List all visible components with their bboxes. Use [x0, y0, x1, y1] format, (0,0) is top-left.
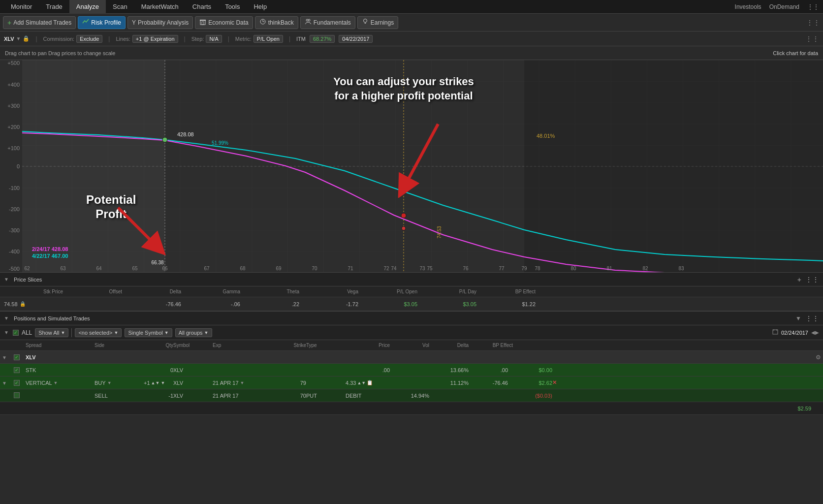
fork-icon: Y: [132, 19, 136, 26]
all-groups-label: All groups: [179, 330, 203, 336]
svg-text:+200: +200: [7, 124, 20, 130]
positions-all-checkbox[interactable]: [13, 330, 19, 336]
lines-value[interactable]: +1 @ Expiration: [132, 35, 178, 43]
earnings-label: Earnings: [371, 19, 394, 26]
menu-analyze[interactable]: Analyze: [69, 0, 106, 14]
risk-profile-button[interactable]: Risk Profile: [78, 16, 126, 29]
svg-text:+100: +100: [7, 145, 20, 151]
fundamentals-button[interactable]: Fundamentals: [300, 16, 355, 29]
positions-expand-icon[interactable]: ▼: [4, 330, 9, 335]
sell-qty: -1: [144, 393, 173, 399]
economic-data-button[interactable]: Economic Data: [195, 16, 253, 29]
add-simulated-trades-button[interactable]: + Add Simulated Trades: [3, 16, 76, 29]
show-all-dropdown-icon: ▼: [61, 330, 65, 335]
step-value[interactable]: N/A: [206, 35, 222, 43]
menu-trade[interactable]: Trade: [39, 0, 69, 14]
earnings-button[interactable]: Earnings: [357, 16, 398, 29]
price-slices-menu-icon[interactable]: ⋮⋮: [805, 276, 819, 284]
toolbar-grid-icon[interactable]: ⋮⋮: [806, 19, 820, 27]
itm-setting[interactable]: ITM: [296, 36, 306, 42]
positions-date-controls[interactable]: ◀▶: [811, 330, 819, 335]
pt-col-strike: Strike: [267, 343, 306, 348]
date-setting: 04/22/2017: [339, 35, 373, 43]
vertical-dropdown-icon[interactable]: ▼: [54, 380, 58, 385]
chart-hint-right: Click chart for data: [773, 50, 818, 56]
divider3: |: [184, 35, 186, 42]
price-slices-title: Price Slices: [14, 277, 42, 283]
stk-bpeff: $0.00: [508, 367, 552, 373]
pt-col-bpeff: BP Effect: [469, 343, 513, 348]
svg-text:76: 76: [463, 266, 469, 271]
svg-text:72: 72: [383, 266, 389, 271]
ps-vega: -1.72: [299, 301, 358, 307]
price-slices-collapse-icon[interactable]: ▼: [4, 277, 9, 282]
date-value[interactable]: 04/22/2017: [339, 35, 373, 43]
menu-bar: Monitor Trade Analyze Scan MarketWatch C…: [0, 0, 823, 14]
ps-stk-price[interactable]: 74.58 🔒: [4, 301, 63, 307]
svg-text:428.08: 428.08: [177, 131, 194, 137]
side-dropdown-icon[interactable]: ▼: [107, 380, 112, 385]
ps-col-plday: P/L Day: [417, 289, 476, 294]
lines-label: Lines:: [116, 36, 130, 42]
positions-collapse-icon[interactable]: ▼: [4, 315, 9, 321]
investools-link[interactable]: Investools: [735, 3, 761, 10]
menu-help[interactable]: Help: [247, 0, 274, 14]
vertical-price[interactable]: 4.33 ▲▼ 📋: [346, 380, 390, 386]
svg-text:66: 66: [162, 266, 168, 271]
positions-date[interactable]: 02/24/2017: [781, 330, 808, 336]
vertical-expand[interactable]: ▼: [2, 380, 14, 386]
positions-title: Positions and Simulated Trades: [14, 315, 90, 321]
sell-checkbox[interactable]: [14, 392, 26, 399]
no-selected-button[interactable]: <no selected> ▼: [75, 328, 122, 337]
xlv-checkbox[interactable]: [14, 354, 26, 360]
metric-value[interactable]: P/L Open: [253, 35, 283, 43]
settings-grid-icon[interactable]: ⋮⋮: [805, 35, 819, 43]
thinkback-button[interactable]: thinkBack: [255, 16, 298, 29]
single-symbol-button[interactable]: Single Symbol ▼: [125, 328, 172, 337]
xlv-gear[interactable]: ⚙: [816, 354, 821, 361]
symbol-dropdown-icon[interactable]: ▼: [16, 36, 21, 41]
vertical-checkbox[interactable]: [14, 379, 26, 386]
vertical-qty[interactable]: +1 ▲▼ ▼: [144, 380, 173, 386]
menu-grid-icon[interactable]: ⋮⋮: [807, 3, 819, 10]
xlv-expand-icon[interactable]: ▼: [2, 354, 14, 360]
positions-menu-icon[interactable]: ⋮⋮: [805, 315, 819, 322]
no-selected-label: <no selected>: [78, 330, 112, 336]
show-all-button[interactable]: Show All ▼: [35, 328, 68, 337]
positions-filter-icon[interactable]: ▼: [795, 315, 801, 322]
vertical-strike[interactable]: 79: [267, 380, 306, 386]
menu-scan[interactable]: Scan: [106, 0, 134, 14]
commission-value[interactable]: Exclude: [76, 35, 102, 43]
exp-dropdown-icon[interactable]: ▼: [240, 380, 245, 385]
ps-col-vega: Vega: [299, 289, 358, 294]
price-slices-add-button[interactable]: +: [797, 276, 801, 284]
ps-theta: .22: [240, 301, 299, 307]
sell-type: PUT: [306, 393, 346, 399]
menu-tools[interactable]: Tools: [218, 0, 247, 14]
divider2: |: [108, 35, 110, 42]
svg-text:67: 67: [204, 266, 210, 271]
sell-strike[interactable]: 70: [267, 393, 306, 399]
svg-rect-14: [22, 60, 165, 273]
price-copy-icon[interactable]: 📋: [367, 380, 373, 385]
svg-text:74: 74: [391, 266, 397, 271]
ondemand-link[interactable]: OnDemand: [769, 3, 799, 10]
stk-checkbox[interactable]: [14, 367, 26, 373]
svg-point-8: [363, 19, 367, 23]
svg-text:70: 70: [312, 266, 317, 271]
symbol-selector[interactable]: XLV ▼ 🔒: [4, 35, 30, 42]
price-slices-section: ▼ Price Slices + ⋮⋮ Stk Price Offset Del…: [0, 273, 823, 312]
all-groups-button[interactable]: All groups ▼: [175, 328, 212, 337]
pct-value[interactable]: 68.27%: [310, 35, 335, 43]
pt-col-price: Price: [346, 343, 390, 348]
chart-canvas[interactable]: +500 +400 +300 +200 +100 0 -100 -200 -30…: [0, 60, 823, 273]
vertical-remove-button[interactable]: ✕: [552, 379, 562, 386]
probability-analysis-button[interactable]: Y Probability Analysis: [127, 16, 193, 29]
stk-delta: 13.66%: [429, 367, 469, 373]
menu-charts[interactable]: Charts: [186, 0, 218, 14]
menu-monitor[interactable]: Monitor: [4, 0, 39, 14]
menu-marketwatch[interactable]: MarketWatch: [134, 0, 186, 14]
toolbar-right: ⋮⋮: [806, 19, 820, 27]
svg-text:79: 79: [521, 266, 527, 271]
step-setting: Step: N/A: [191, 35, 222, 43]
